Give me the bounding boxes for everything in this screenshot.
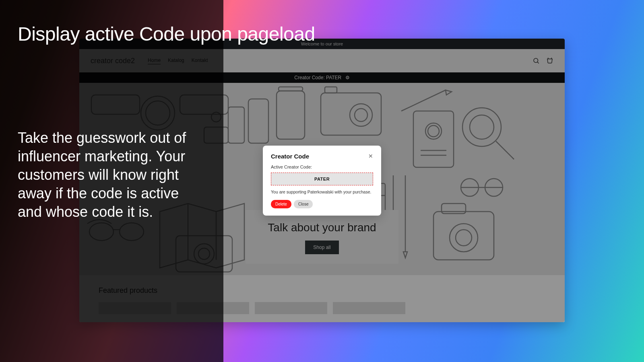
support-text: You are supporting Paterkowalski with yo… xyxy=(271,189,373,194)
promo-body: Take the guesswork out of influencer mar… xyxy=(18,129,207,221)
active-code-box: PATER xyxy=(271,173,373,185)
close-button[interactable]: Close xyxy=(294,200,313,208)
creator-code-modal: Creator Code ✕ Active Creator Code: PATE… xyxy=(263,146,381,216)
promo-title: Display active Code upon pageload xyxy=(18,24,315,44)
close-icon[interactable]: ✕ xyxy=(368,153,373,159)
modal-subtitle: Active Creator Code: xyxy=(271,165,373,169)
modal-title: Creator Code xyxy=(271,153,309,160)
delete-button[interactable]: Delete xyxy=(271,200,291,208)
